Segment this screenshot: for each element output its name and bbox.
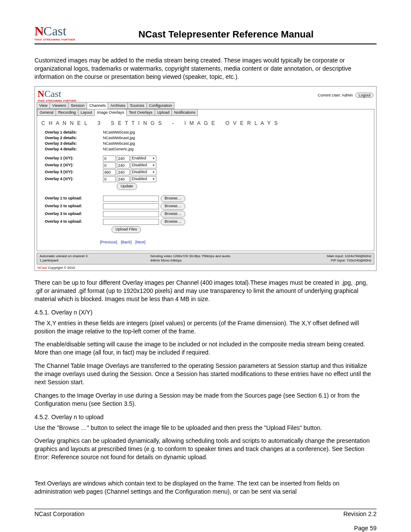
overlay2-state-select[interactable]: Disabled▼ [131,162,156,168]
logout-button[interactable]: Logout [355,93,374,98]
body-paragraph: The X,Y entries in these fields are inte… [34,319,377,336]
tab-channels[interactable]: Channels [87,102,108,109]
intro-paragraph: Customized images may be added to the me… [34,56,377,81]
page-footer: NCast Corporation Revision 2.2 [34,509,377,518]
update-button[interactable]: Update [117,183,137,190]
overlay4-upload-field[interactable] [103,219,159,225]
overlay3-y-input[interactable] [117,169,130,175]
overlay-detail-row: Overlay 1 details:NCastWebcast.jpg [40,130,371,135]
overlay2-browse-button[interactable]: Browse… [161,203,185,210]
chevron-down-icon: ▼ [152,177,155,181]
sub-tab-notifications[interactable]: Notifications [171,109,198,116]
body-paragraph: Text Overlays are windows which contain … [34,479,377,496]
overlay-upload-row: Overlay 4 to upload:Browse… [40,218,371,226]
body-paragraph: The Channel Table Image Overlays are tra… [34,362,377,386]
overlay2-x-input[interactable] [103,162,116,168]
logo-n: N [34,24,44,38]
sub-tab-upload[interactable]: Upload [155,109,172,116]
overlay-xy-row: Overlay 3 (X/Y): Disabled▼ [40,169,371,176]
overlay4-y-input[interactable] [117,176,130,182]
tab-archives[interactable]: Archives [108,102,128,109]
overlay1-x-input[interactable] [103,156,116,162]
channel-settings-panel: General Recording Layout Image Overlays … [37,109,374,251]
sub-tab-text-overlays[interactable]: Text Overlays [126,109,155,116]
logo-cast: Cast [44,24,66,38]
overlay4-browse-button[interactable]: Browse… [161,218,185,225]
status-bar: Automatic unicast on channel 3 1 partici… [37,253,374,265]
page-header: NCast TAKE STREAMING FURTHER NCast Telep… [34,24,377,44]
current-user: Current User: Admin Logout [318,93,374,98]
tab-view[interactable]: View [37,102,50,109]
overlay2-upload-field[interactable] [103,203,159,209]
section-heading-452: 4.5.2. Overlay n to upload [34,413,377,421]
overlay-detail-row: Overlay 4 details:NCastGeneric.jpg [40,146,371,152]
overlay3-state-select[interactable]: Disabled▼ [131,169,156,175]
sub-tab-row: General Recording Layout Image Overlays … [37,109,371,116]
body-paragraph: Use the "Browse …" button to select the … [34,424,377,432]
sub-tab-image-overlays[interactable]: Image Overlays [94,109,127,116]
overlay-xy-row: Overlay 2 (X/Y): Disabled▼ [40,162,371,169]
tab-sources[interactable]: Sources [128,102,147,109]
overlay4-x-input[interactable] [103,176,116,182]
overlay3-browse-button[interactable]: Browse… [161,211,185,218]
chevron-down-icon: ▼ [152,156,155,160]
sub-tab-layout[interactable]: Layout [78,109,95,116]
overlay3-upload-field[interactable] [103,211,159,217]
overlay1-y-input[interactable] [117,156,130,162]
footer-company: NCast Corporation [34,510,84,518]
overlay1-browse-button[interactable]: Browse… [161,195,185,202]
body-paragraph: The enable/disable setting will cause th… [34,340,377,357]
panel-title: C H A N N E L 3 S E T T I N G S - I M A … [40,118,371,130]
tab-session[interactable]: Session [68,102,87,109]
back-link[interactable]: [Back] [121,240,132,244]
body-paragraph: Overlay graphics can be uploaded dynamic… [34,437,377,461]
overlay1-upload-field[interactable] [103,196,159,202]
body-paragraph: Changes to the Image Overlay in use duri… [34,392,377,408]
overlay-detail-row: Overlay 2 details:NCastWebcast.jpg [40,135,371,141]
nav-links: [Previous] [Back] [Next] [40,233,371,246]
body-paragraph: There can be up to four different Overla… [34,279,377,303]
main-tab-row: View Viewers Session Channels Archives S… [35,102,376,109]
next-link[interactable]: [Next] [135,240,146,244]
footer-revision: Revision 2.2 [343,510,377,518]
overlay1-state-select[interactable]: Enabled▼ [131,156,156,162]
tab-configuration[interactable]: Configuration [146,102,175,109]
section-heading-451: 4.5.1. Overlay n (X/Y) [34,308,377,317]
chevron-down-icon: ▼ [152,163,155,167]
overlay-upload-row: Overlay 3 to upload:Browse… [40,210,371,218]
page-number: Page 59 [34,524,377,532]
sub-tab-recording[interactable]: Recording [56,109,78,116]
overlay3-x-input[interactable] [103,169,116,175]
logo-tagline: TAKE STREAMING FURTHER [34,38,75,41]
ncast-logo: NCast TAKE STREAMING FURTHER [34,24,75,41]
overlay2-y-input[interactable] [117,162,130,168]
upload-files-button[interactable]: Upload Files [112,226,141,233]
sub-tab-general[interactable]: General [37,109,56,116]
previous-link[interactable]: [Previous] [100,240,117,244]
app-logo: NCast TAKE STREAMING FURTHER [37,88,77,102]
overlay4-state-select[interactable]: Disabled▼ [131,176,156,182]
page-title: NCast Telepresenter Reference Manual [75,29,377,41]
overlay-xy-row: Overlay 1 (X/Y): Enabled▼ [40,155,371,162]
app-copyright: NCast Copyright © 2010 [35,265,376,271]
overlay-xy-row: Overlay 4 (X/Y): Disabled▼ [40,176,371,183]
overlay-upload-row: Overlay 1 to upload:Browse… [40,195,371,202]
tab-viewers[interactable]: Viewers [50,102,68,109]
chevron-down-icon: ▼ [152,170,155,174]
overlay-detail-row: Overlay 3 details:NCastWebcast.jpg [40,141,371,146]
admin-ui-screenshot: NCast TAKE STREAMING FURTHER Current Use… [34,86,377,271]
overlay-upload-row: Overlay 2 to upload:Browse… [40,202,371,210]
